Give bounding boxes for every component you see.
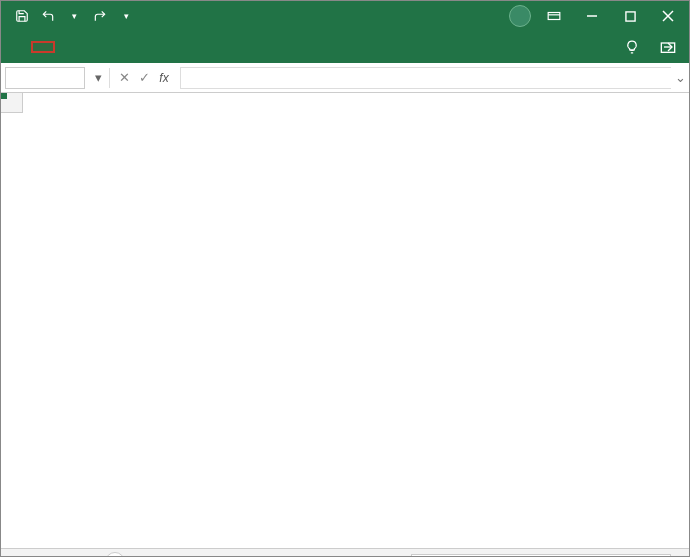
tab-formulas[interactable]	[103, 41, 127, 53]
redo-icon[interactable]	[89, 5, 111, 27]
maximize-button[interactable]	[615, 5, 645, 27]
formula-bar: ▾ ✕ ✓ fx ⌄	[1, 63, 689, 93]
cancel-formula-icon[interactable]: ✕	[114, 68, 134, 88]
tab-data[interactable]	[127, 41, 151, 53]
expand-formula-bar-icon[interactable]: ⌄	[671, 70, 689, 85]
spreadsheet-grid	[1, 93, 689, 548]
tab-home[interactable]	[31, 41, 55, 53]
tab-help[interactable]	[199, 41, 223, 53]
enter-formula-icon[interactable]: ✓	[134, 68, 154, 88]
share-icon[interactable]	[653, 36, 683, 58]
ribbon-tabs	[1, 31, 689, 63]
sheet-tab-bar: ◂ ▸ ⋯ ⋮ ◂ ▸	[1, 548, 689, 557]
lightbulb-icon	[625, 40, 639, 54]
name-box[interactable]	[5, 67, 85, 89]
save-icon[interactable]	[11, 5, 33, 27]
tab-file[interactable]	[7, 41, 31, 53]
minimize-button[interactable]	[577, 5, 607, 27]
user-avatar[interactable]	[509, 5, 531, 27]
quick-access-toolbar: ▾ ▾	[1, 5, 137, 27]
qat-customize-icon[interactable]: ▾	[115, 5, 137, 27]
insert-function-icon[interactable]: fx	[154, 68, 174, 88]
formula-input[interactable]	[180, 67, 671, 89]
svg-rect-0	[548, 13, 560, 20]
undo-dropdown-icon[interactable]: ▾	[63, 5, 85, 27]
new-sheet-button[interactable]	[105, 552, 125, 558]
tab-review[interactable]	[151, 41, 175, 53]
tab-insert[interactable]	[55, 41, 79, 53]
tab-page-layout[interactable]	[79, 41, 103, 53]
undo-icon[interactable]	[37, 5, 59, 27]
tell-me-search[interactable]	[625, 40, 645, 54]
ribbon-display-options-icon[interactable]	[539, 5, 569, 27]
horizontal-scrollbar[interactable]: ◂ ▸	[411, 554, 671, 558]
separator	[109, 68, 110, 88]
svg-rect-3	[625, 11, 634, 20]
title-bar: ▾ ▾	[1, 1, 689, 31]
tab-view[interactable]	[175, 41, 199, 53]
close-button[interactable]	[653, 5, 683, 27]
name-box-dropdown-icon[interactable]: ▾	[91, 70, 105, 85]
fill-handle[interactable]	[1, 93, 7, 99]
